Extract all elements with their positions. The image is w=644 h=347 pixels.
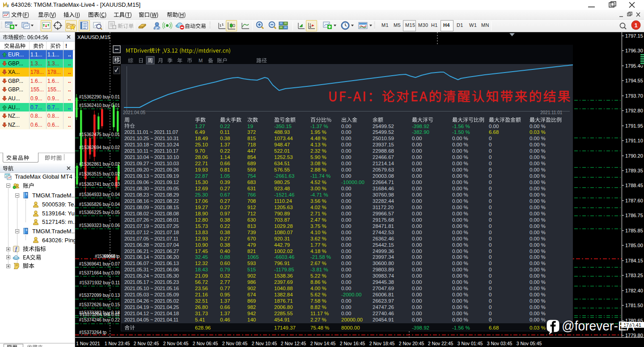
svg-text:0.00: 0.00: [412, 248, 422, 254]
svg-text:1789.35: 1789.35: [625, 168, 643, 173]
svg-text:1796.30: 1796.30: [625, 48, 643, 53]
svg-text:0.03 %: 0.03 %: [530, 129, 546, 135]
svg-text:0.22: 0.22: [220, 124, 230, 129]
svg-text:0: 0: [489, 205, 491, 210]
svg-text:0: 0: [489, 167, 491, 172]
svg-text:#15363515 buy 0.02: #15363515 buy 0.02: [79, 171, 120, 176]
svg-text:-1179.85: -1179.85: [274, 267, 294, 272]
svg-text:0.00 %: 0.00 %: [530, 167, 546, 172]
svg-text:0.00 %: 0.00 %: [530, 223, 546, 229]
svg-text:27047.69: 27047.69: [373, 286, 394, 291]
svg-text:0: 0: [489, 217, 491, 223]
svg-text:0: 0: [489, 286, 491, 291]
svg-text:869: 869: [247, 298, 256, 304]
svg-text:1797.15: 1797.15: [625, 33, 643, 39]
svg-text:559: 559: [247, 167, 256, 172]
svg-text:0.00 %: 0.00 %: [452, 192, 468, 197]
svg-text:-1521.46: -1521.46: [274, 192, 294, 197]
svg-text:23937.15: 23937.15: [373, 142, 394, 147]
svg-text:0.00: 0.00: [412, 148, 422, 154]
svg-text:1781.50: 1781.50: [625, 303, 643, 308]
svg-text:#15369323 buy 0.06: #15369323 buy 0.06: [79, 223, 120, 228]
svg-text:19.93: 19.93: [195, 167, 208, 172]
svg-text:488.93: 488.93: [274, 129, 290, 135]
svg-text:689: 689: [247, 161, 256, 166]
svg-text:0.00: 0.00: [341, 261, 351, 266]
svg-text:25499.52: 25499.52: [373, 124, 394, 129]
svg-text:0.00: 0.00: [341, 248, 351, 254]
svg-text:2397.69: 2397.69: [274, 279, 293, 285]
svg-text:30983.74: 30983.74: [373, 273, 394, 278]
svg-text:0.00 %: 0.00 %: [530, 142, 546, 147]
svg-text:1.95 %: 1.95 %: [310, 129, 326, 135]
svg-text:4.18 %: 4.18 %: [310, 248, 326, 254]
svg-text:754: 754: [247, 173, 256, 179]
svg-text:0.00 %: 0.00 %: [530, 154, 546, 160]
svg-text:1794.55: 1794.55: [625, 78, 643, 83]
svg-text:0.00: 0.00: [341, 161, 351, 166]
svg-text:1.27: 1.27: [195, 124, 205, 129]
svg-text:902: 902: [247, 286, 256, 291]
svg-text:#15369641 buy 0.07: #15369641 buy 0.07: [79, 261, 120, 266]
svg-text:0.00: 0.00: [412, 154, 422, 160]
svg-text:2021.04.12 ~ 2021.04.18: 2021.04.12 ~ 2021.04.18: [124, 311, 179, 316]
svg-text:#15373264 sell 0.01: #15373264 sell 0.01: [80, 312, 120, 317]
svg-text:0.22: 0.22: [220, 148, 230, 154]
svg-text:0.00 %: 0.00 %: [452, 254, 468, 260]
svg-text:0.00 %: 0.00 %: [530, 317, 546, 322]
svg-text:0.00 %: 0.00 %: [452, 304, 468, 310]
svg-text:0.00 %: 0.00 %: [452, 211, 468, 216]
svg-text:0: 0: [489, 279, 491, 285]
svg-text:576.55: 576.55: [274, 167, 290, 172]
svg-text:-3.81 %: -3.81 %: [310, 267, 328, 272]
svg-text:2021.07.19 ~ 2021.07.25: 2021.07.19 ~ 2021.07.25: [124, 223, 179, 229]
svg-text:1.14: 1.14: [220, 154, 230, 160]
svg-text:2021.04.05: 2021.04.05: [123, 110, 145, 115]
svg-text:1784.15: 1784.15: [625, 258, 643, 263]
svg-text:0.00 %: 0.00 %: [530, 161, 546, 166]
svg-text:15.30: 15.30: [195, 180, 208, 185]
svg-text:0.00: 0.00: [412, 173, 422, 179]
svg-text:815: 815: [247, 136, 256, 141]
svg-text:0.00 %: 0.00 %: [452, 223, 468, 229]
svg-text:12.80: 12.80: [195, 217, 208, 223]
svg-text:0: 0: [489, 273, 491, 278]
svg-text:2021.05.03 ~ 2021.05.09: 2021.05.03 ~ 2021.05.09: [124, 292, 179, 297]
svg-text:1080.07: 1080.07: [274, 230, 293, 235]
svg-text:25499.52: 25499.52: [373, 129, 394, 135]
svg-text:0.00 %: 0.00 %: [452, 286, 468, 291]
svg-text:0.00: 0.00: [412, 217, 422, 223]
svg-text:27442.53: 27442.53: [373, 230, 394, 235]
svg-text:0.00: 0.00: [341, 148, 351, 154]
svg-text:2021.08.30 ~ 2021.09.05: 2021.08.30 ~ 2021.09.05: [124, 186, 179, 191]
svg-text:854: 854: [247, 154, 256, 160]
svg-text:4.00 %: 4.00 %: [310, 286, 326, 291]
svg-text:454.91: 454.91: [274, 317, 290, 322]
svg-text:-1.50 %: -1.50 %: [452, 129, 470, 135]
svg-text:0.00 %: 0.00 %: [452, 292, 468, 297]
svg-text:1791.10: 1791.10: [625, 138, 643, 143]
svg-text:24747.26: 24747.26: [373, 304, 394, 310]
svg-text:0.88: 0.88: [220, 254, 230, 260]
svg-text:0.00 %: 0.00 %: [452, 136, 468, 141]
svg-text:0.11: 0.11: [220, 129, 230, 135]
svg-text:26006.81: 26006.81: [373, 292, 394, 297]
svg-text:18.43: 18.43: [195, 267, 208, 272]
svg-text:670: 670: [247, 236, 256, 241]
svg-text:29175.68: 29175.68: [373, 217, 394, 223]
svg-text:20454.91: 20454.91: [373, 317, 394, 322]
svg-text:2 Nov 22:45: 2 Nov 22:45: [428, 341, 453, 346]
svg-text:0: 0: [489, 180, 491, 185]
svg-text:31684.46: 31684.46: [373, 186, 394, 191]
svg-text:813: 813: [247, 223, 256, 229]
svg-text:0.00: 0.00: [341, 154, 351, 160]
svg-text:2021.09.13 ~ 2021.09.19: 2021.09.13 ~ 2021.09.19: [124, 173, 179, 179]
svg-text:-10000.00: -10000.00: [341, 180, 364, 185]
svg-text:0.00: 0.00: [341, 129, 351, 135]
svg-text:0.22: 0.22: [220, 223, 230, 229]
svg-text:2021.04.19 ~ 2021.04.25: 2021.04.19 ~ 2021.04.25: [124, 304, 179, 310]
svg-text:-2661.63: -2661.63: [274, 173, 294, 179]
svg-text:1002.02: 1002.02: [274, 248, 293, 254]
svg-text:0.00 %: 0.00 %: [452, 261, 468, 266]
svg-text:0.00 %: 0.00 %: [530, 124, 546, 129]
